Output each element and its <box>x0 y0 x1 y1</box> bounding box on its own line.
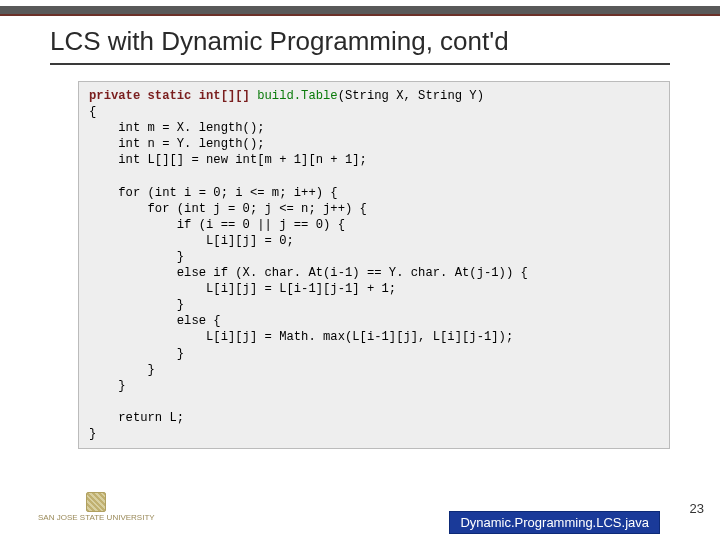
code-line: } <box>89 298 184 312</box>
page-number: 23 <box>690 501 704 516</box>
code-line: else if (X. char. At(i-1) == Y. char. At… <box>89 266 528 280</box>
code-line: } <box>89 250 184 264</box>
slide-title: LCS with Dynamic Programming, cont'd <box>50 26 670 57</box>
title-area: LCS with Dynamic Programming, cont'd <box>0 16 720 71</box>
code-line: int n = Y. length(); <box>89 137 265 151</box>
code-line: } <box>89 379 126 393</box>
code-line: int L[][] = new int[m + 1][n + 1]; <box>89 153 367 167</box>
code-line: } <box>89 427 96 441</box>
university-logo: SAN JOSE STATE UNIVERSITY <box>38 492 155 522</box>
logo-seal-icon <box>86 492 106 512</box>
code-line: for (int j = 0; j <= n; j++) { <box>89 202 367 216</box>
logo-text: SAN JOSE STATE UNIVERSITY <box>38 513 155 522</box>
title-underline <box>50 63 670 65</box>
code-block: private static int[][] build.Table(Strin… <box>78 81 670 449</box>
code-sig-keywords: private static int[][] <box>89 89 257 103</box>
code-fn-name: build.Table <box>257 89 337 103</box>
file-badge: Dynamic.Programming.LCS.java <box>449 511 660 534</box>
code-line: { <box>89 105 96 119</box>
code-line: int m = X. length(); <box>89 121 265 135</box>
code-line: L[i][j] = Math. max(L[i-1][j], L[i][j-1]… <box>89 330 513 344</box>
code-line: L[i][j] = 0; <box>89 234 294 248</box>
code-line: else { <box>89 314 221 328</box>
code-sig-params: (String X, String Y) <box>338 89 484 103</box>
code-line: L[i][j] = L[i-1][j-1] + 1; <box>89 282 396 296</box>
code-line: return L; <box>89 411 184 425</box>
code-line: } <box>89 347 184 361</box>
code-line: for (int i = 0; i <= m; i++) { <box>89 186 338 200</box>
header-bar <box>0 6 720 16</box>
code-line: } <box>89 363 155 377</box>
code-line: if (i == 0 || j == 0) { <box>89 218 345 232</box>
